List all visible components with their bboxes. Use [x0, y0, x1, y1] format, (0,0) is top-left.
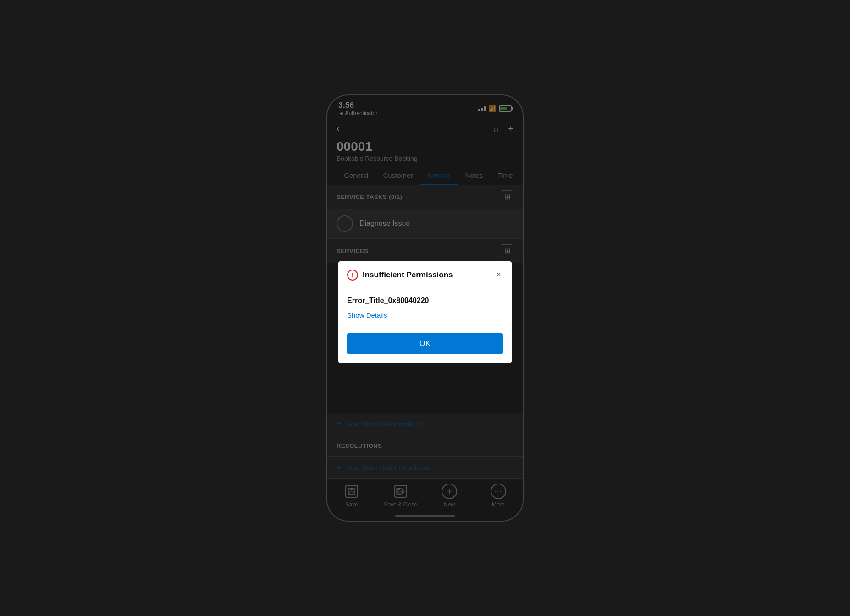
modal-header: ! Insufficient Permissions ×: [338, 261, 512, 287]
modal-footer: OK: [338, 333, 512, 363]
modal-title: Insufficient Permissions: [363, 270, 453, 279]
phone-frame: 3:56 ◄ Authenticator 📶 ‹ ⌕ + 00001 Booka…: [326, 94, 524, 522]
error-code: Error_Title_0x80040220: [347, 297, 503, 305]
modal-close-button[interactable]: ×: [494, 268, 503, 281]
ok-button[interactable]: OK: [347, 333, 503, 354]
show-details-link[interactable]: Show Details: [347, 311, 387, 319]
modal-body: Error_Title_0x80040220 Show Details: [338, 287, 512, 333]
insufficient-permissions-modal: ! Insufficient Permissions × Error_Title…: [338, 261, 512, 363]
error-icon: !: [347, 269, 358, 280]
modal-title-row: ! Insufficient Permissions: [347, 269, 453, 280]
